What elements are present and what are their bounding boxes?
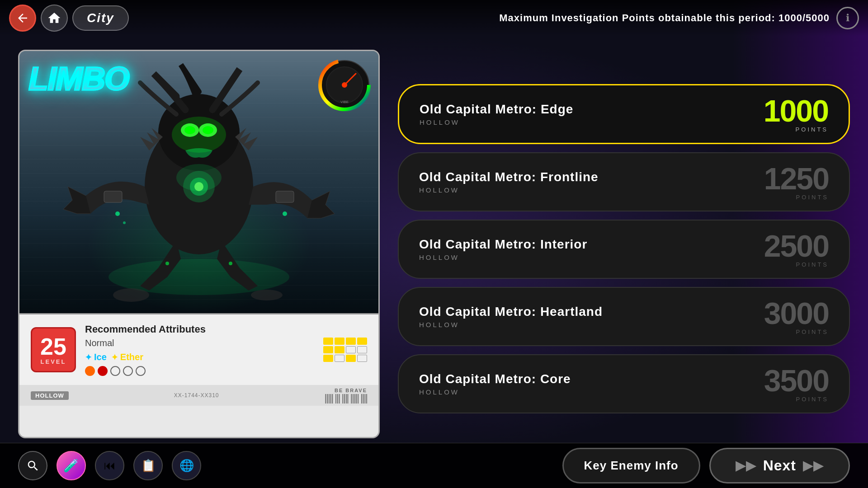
svg-point-13 — [172, 117, 226, 153]
svg-point-25 — [165, 262, 169, 265]
attributes-info: Recommended Attributes Normal ✦ Ice ✦ Et… — [85, 324, 314, 376]
mission-points-group: 3000 POINTS — [764, 298, 829, 335]
card-image-area: LIMBO — [19, 51, 378, 313]
mission-points-group: 2500 POINTS — [764, 230, 829, 268]
bottom-bar: 🧪 ⏮ 📋 🌐 Key Enemy Info ▶▶ Next ▶▶ — [0, 443, 868, 488]
score-cell — [323, 355, 333, 362]
recommended-label: Recommended Attributes — [85, 324, 314, 335]
mission-type: HOLLOW — [419, 186, 599, 194]
score-cell — [346, 338, 356, 345]
next-label: Next — [763, 457, 796, 474]
score-cell — [323, 346, 333, 353]
mission-points: 2500 — [764, 230, 829, 261]
mission-name: Old Capital Metro: Heartland — [419, 305, 603, 319]
mission-type: HOLLOW — [419, 321, 603, 328]
mission-points: 3500 — [764, 365, 829, 396]
character-name: LIMBO — [28, 60, 129, 97]
city-label: City — [72, 5, 129, 31]
dot-indicators — [85, 366, 314, 376]
difficulty-label: Normal — [85, 338, 314, 348]
score-cell — [346, 355, 356, 362]
level-number: 25 — [40, 335, 66, 358]
nav-icon-5[interactable]: 🌐 — [172, 451, 201, 480]
barcode-area: BE BRAVE ||||| ||| |||| ||||| |||| — [325, 388, 367, 403]
search-icon — [26, 459, 40, 473]
bottom-buttons: Key Enemy Info ▶▶ Next ▶▶ — [562, 448, 850, 483]
svg-point-22 — [115, 211, 120, 216]
mission-item-edge[interactable]: Old Capital Metro: Edge HOLLOW 1000 POIN… — [398, 84, 850, 144]
main-content: LIMBO — [0, 41, 868, 447]
barcode-id: XX-1744-XX310 — [174, 392, 219, 399]
home-button[interactable] — [41, 5, 68, 32]
next-arrows-right: ▶▶ — [803, 458, 824, 473]
mission-info: Old Capital Metro: Edge HOLLOW — [420, 102, 573, 126]
search-button[interactable] — [18, 451, 47, 480]
score-cell-empty — [357, 346, 367, 353]
score-cell — [323, 338, 333, 345]
mission-points: 1000 — [764, 95, 828, 126]
svg-point-4 — [342, 82, 347, 88]
card-bottom-bar: HOLLOW XX-1744-XX310 BE BRAVE ||||| ||| … — [19, 385, 378, 406]
info-button[interactable]: ℹ — [836, 7, 859, 29]
svg-point-24 — [283, 211, 287, 216]
back-button[interactable] — [9, 5, 36, 32]
mission-points: 1250 — [764, 163, 829, 194]
mission-item-interior[interactable]: Old Capital Metro: Interior HOLLOW 2500 … — [398, 220, 850, 279]
ice-element: ✦ Ice — [85, 352, 107, 362]
mission-name: Old Capital Metro: Interior — [419, 237, 587, 252]
mission-info: Old Capital Metro: Interior HOLLOW — [419, 237, 587, 261]
svg-point-17 — [194, 182, 203, 191]
mission-points-group: 1000 POINTS — [764, 95, 828, 133]
svg-point-26 — [229, 262, 232, 265]
top-bar: City Maximum Investigation Points obtain… — [0, 0, 868, 36]
mission-name: Old Capital Metro: Edge — [420, 102, 573, 117]
svg-point-21 — [251, 290, 283, 300]
mission-info: Old Capital Metro: Heartland HOLLOW — [419, 305, 603, 328]
score-cell-empty — [335, 355, 344, 362]
score-cell-empty — [346, 346, 356, 353]
score-cell — [335, 346, 344, 353]
level-text: LEVEL — [41, 358, 66, 365]
mission-points-group: 1250 POINTS — [764, 163, 829, 201]
nav-icon-3[interactable]: ⏮ — [95, 451, 124, 480]
gauge: VIBE — [317, 58, 372, 112]
dot-4 — [123, 366, 133, 376]
ether-element: ✦ Ether — [111, 352, 143, 362]
score-cell — [357, 338, 367, 345]
dot-2 — [98, 366, 108, 376]
mission-points-group: 3500 POINTS — [764, 365, 829, 403]
mission-name: Old Capital Metro: Frontline — [419, 170, 599, 184]
svg-point-20 — [113, 288, 149, 302]
score-cell-empty — [357, 355, 367, 362]
mission-list: Old Capital Metro: Edge HOLLOW 1000 POIN… — [398, 50, 850, 438]
home-icon — [47, 11, 61, 25]
dot-5 — [136, 366, 146, 376]
mission-type: HOLLOW — [419, 388, 571, 396]
dot-1 — [85, 366, 95, 376]
next-arrows: ▶▶ — [736, 458, 756, 473]
next-button[interactable]: ▶▶ Next ▶▶ — [709, 448, 850, 483]
svg-rect-18 — [104, 191, 122, 202]
dot-3 — [110, 366, 120, 376]
mission-item-frontline[interactable]: Old Capital Metro: Frontline HOLLOW 1250… — [398, 152, 850, 211]
mission-type: HOLLOW — [420, 118, 573, 126]
mission-type: HOLLOW — [419, 253, 587, 261]
score-cell — [335, 338, 344, 345]
nav-icon-4[interactable]: 📋 — [133, 451, 163, 480]
svg-rect-19 — [276, 191, 294, 202]
svg-text:VIBE: VIBE — [340, 100, 349, 104]
mission-info: Old Capital Metro: Frontline HOLLOW — [419, 170, 599, 194]
mission-item-core[interactable]: Old Capital Metro: Core HOLLOW 3500 POIN… — [398, 354, 850, 413]
score-grid — [323, 338, 367, 362]
key-enemy-button[interactable]: Key Enemy Info — [562, 448, 700, 483]
svg-point-23 — [123, 221, 126, 224]
card-info: 25 LEVEL Recommended Attributes Normal ✦… — [19, 313, 378, 385]
nav-icon-2[interactable]: 🧪 — [57, 451, 86, 480]
investigation-points: Maximum Investigation Points obtainable … — [499, 12, 830, 24]
back-icon — [16, 11, 29, 25]
mission-item-heartland[interactable]: Old Capital Metro: Heartland HOLLOW 3000… — [398, 287, 850, 346]
hollow-badge: HOLLOW — [31, 391, 69, 400]
mission-name: Old Capital Metro: Core — [419, 372, 571, 386]
element-icons: ✦ Ice ✦ Ether — [85, 352, 314, 362]
mission-points: 3000 — [764, 298, 829, 328]
